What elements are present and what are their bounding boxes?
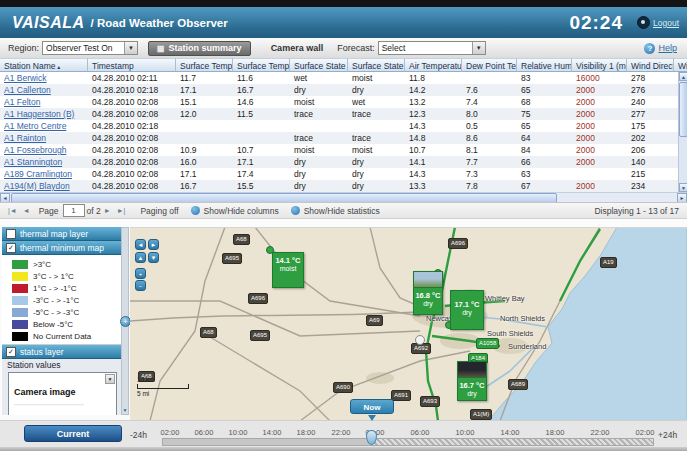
city-label: Sunderland [508, 342, 546, 351]
station-link[interactable]: A1 Felton [0, 96, 88, 108]
show-hide-statistics-button[interactable]: Show/Hide statistics [304, 206, 380, 216]
column-header-relative-humidity[interactable]: Relative Humidity [517, 58, 572, 72]
table-cell: 17.1 [233, 156, 290, 168]
station-link[interactable]: A189 Cramlington [0, 168, 88, 180]
checkbox-unchecked-icon[interactable] [6, 229, 16, 239]
station-link[interactable]: A194(M) Blaydon [0, 180, 88, 192]
forecast-select-value: Select [382, 43, 472, 53]
help[interactable]: ? Help [644, 43, 677, 54]
column-header-surface-temp-1[interactable]: Surface Temp 1 [176, 58, 233, 72]
zoom-in-icon[interactable]: + [135, 268, 146, 279]
pan-down-icon[interactable]: ▼ [148, 252, 159, 263]
station-popup[interactable]: 16.8 °C dry [413, 271, 443, 315]
list-item-clipped[interactable] [14, 401, 84, 408]
paging-toggle[interactable]: Paging off [140, 206, 178, 216]
layer-status[interactable]: ✓ status layer [2, 345, 121, 359]
legend-color-swatch [12, 284, 28, 293]
table-cell: 04.28.2010 02:08 [88, 132, 176, 144]
table-cell [462, 72, 517, 84]
chevron-down-icon[interactable]: ▼ [105, 374, 115, 384]
pan-right-icon[interactable]: ► [148, 239, 159, 250]
list-item[interactable]: Camera image [9, 373, 116, 397]
current-time-button[interactable]: Current [24, 425, 122, 442]
station-link[interactable]: A1 Berwick [0, 72, 88, 84]
vertical-scrollbar[interactable]: ▲ ▼ [678, 72, 687, 192]
column-header-surface-temp-2[interactable]: Surface Temp 2 [233, 58, 290, 72]
table-cell: 215 [627, 168, 674, 180]
now-flag[interactable]: Now [350, 399, 394, 414]
logout[interactable]: Logout [637, 16, 679, 29]
checkbox-checked-icon[interactable]: ✓ [6, 243, 16, 253]
map-canvas[interactable]: A68A695A696A68A695A69A68A690A691A696A692… [130, 227, 687, 421]
station-link[interactable]: A1 Fossebrough [0, 144, 88, 156]
column-header-dew-point-temp[interactable]: Dew Point Temp [462, 58, 517, 72]
column-header-timestamp[interactable]: Timestamp [88, 58, 176, 72]
station-link[interactable]: A1 Callerton [0, 84, 88, 96]
table-cell: 75 [517, 108, 572, 120]
last-page-button[interactable]: ►| [117, 207, 126, 214]
column-header-visibility-1-m-[interactable]: Visibility 1 (m) [572, 58, 627, 72]
region-select-value: Observer Test On [46, 43, 124, 53]
station-link[interactable]: A1 Stannington [0, 156, 88, 168]
station-summary-button[interactable]: ▦ Station summary [148, 41, 251, 56]
pan-left-icon[interactable]: ◄ [135, 239, 146, 250]
station-link[interactable]: A1 Haggerston (B) [0, 108, 88, 120]
forecast-select[interactable]: Select ▼ [378, 41, 486, 55]
first-page-button[interactable]: |◄ [8, 207, 17, 214]
page-input[interactable]: 1 [63, 204, 85, 217]
panel-scrollbar[interactable]: + ▼ [121, 227, 129, 415]
table-cell: 278 [627, 72, 674, 84]
station-popup[interactable]: 16.7 °C dry [457, 361, 487, 401]
checkbox-checked-icon[interactable]: ✓ [6, 347, 16, 357]
station-popup[interactable]: 14.1 °C moist [272, 252, 304, 288]
city-label: North Shields [500, 314, 545, 323]
station-values-listbox[interactable]: ▼ Camera image [8, 372, 117, 415]
column-header-wind-direction-1[interactable]: Wind Direction 1 [627, 58, 674, 72]
timeline-tick-label: 06:00 [406, 428, 434, 437]
scroll-down-icon[interactable]: ▼ [679, 183, 687, 192]
help-link[interactable]: Help [658, 43, 677, 53]
table-row: A1 Callerton04.28.2010 02:1817.116.7dryd… [0, 84, 687, 96]
camera-thumbnail[interactable] [414, 272, 442, 288]
pan-up-icon[interactable]: ▲ [135, 252, 146, 263]
logout-link[interactable]: Logout [653, 18, 679, 28]
chevron-down-icon[interactable]: ▼ [472, 42, 485, 54]
next-page-button[interactable]: ► [104, 207, 111, 214]
horizontal-scrollbar[interactable]: ◄ ► [0, 192, 687, 202]
column-header-surface-state-2[interactable]: Surface State 2 [348, 58, 405, 72]
show-hide-statistics-icon[interactable] [291, 206, 300, 215]
column-header-wind-speed[interactable]: Wind Speed [674, 58, 687, 72]
station-link[interactable]: A1 Rainton [0, 132, 88, 144]
scroll-up-icon[interactable]: ▲ [679, 72, 687, 81]
layer-thermal-map[interactable]: thermal map layer [2, 227, 121, 241]
table-row: A1 Stannington04.28.2010 02:0816.017.1dr… [0, 156, 687, 168]
column-header-surface-state-1[interactable]: Surface State 1 [290, 58, 348, 72]
scale-line [137, 384, 189, 389]
table-cell: 7.7 [462, 156, 517, 168]
chevron-down-icon[interactable]: ▼ [124, 42, 137, 54]
show-hide-columns-button[interactable]: Show/Hide columns [204, 206, 279, 216]
scroll-down-icon[interactable]: ▼ [122, 406, 128, 414]
timeline-track-past[interactable] [162, 438, 372, 446]
station-marker-nodata[interactable] [415, 335, 425, 345]
region-select[interactable]: Observer Test On ▼ [42, 41, 138, 55]
table-cell: 11.7 [176, 72, 233, 84]
show-hide-columns-icon[interactable] [191, 206, 200, 215]
prev-page-button[interactable]: ◄ [23, 207, 30, 214]
zoom-out-icon[interactable]: − [135, 280, 146, 291]
table-cell: 12.0 [176, 108, 233, 120]
table-cell: 14.1 [405, 156, 462, 168]
camera-thumbnail[interactable] [458, 362, 486, 378]
timeline-track-future[interactable] [372, 438, 654, 446]
table-header-row: Station Name ▴TimestampSurface Temp 1Sur… [0, 58, 687, 72]
station-link[interactable]: A1 Metro Centre [0, 120, 88, 132]
table-cell: 7.6 [462, 84, 517, 96]
table-cell: 66 [517, 156, 572, 168]
column-header-air-temperature[interactable]: Air Temperature [405, 58, 462, 72]
layer-thermal-minimum-map[interactable]: ✓ thermal minimum map [2, 241, 121, 255]
station-popup[interactable]: 17.1 °C dry [450, 290, 484, 330]
camera-wall-button[interactable]: Camera wall [265, 42, 330, 54]
vertical-scroll-thumb[interactable] [679, 82, 687, 137]
column-header-station-name[interactable]: Station Name ▴ [0, 58, 88, 72]
table-cell: 65 [517, 84, 572, 96]
